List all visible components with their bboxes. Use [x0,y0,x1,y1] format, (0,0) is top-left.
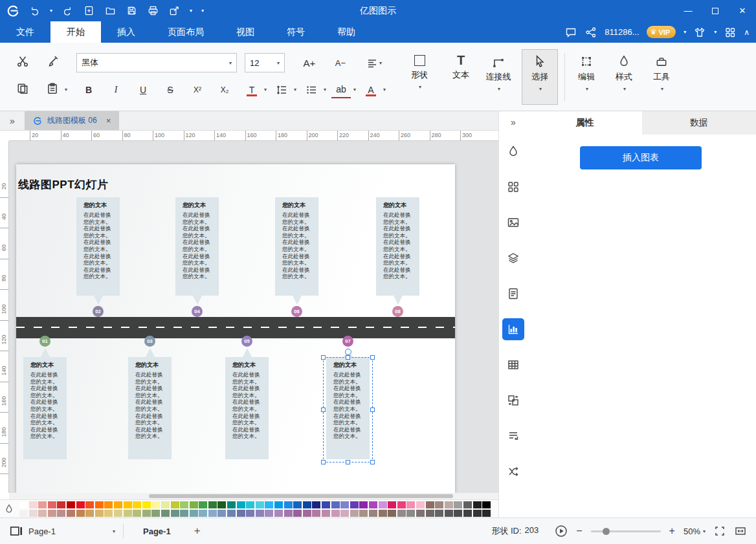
color-swatch[interactable] [265,501,273,508]
menu-symbols[interactable]: 符号 [271,21,321,43]
color-swatch[interactable] [293,501,302,508]
resize-handle[interactable] [370,355,375,360]
color-swatch[interactable] [208,510,217,517]
text-tool-button[interactable]: T 文本 [443,49,479,105]
color-swatch[interactable] [76,510,85,517]
color-swatch[interactable] [114,510,122,517]
callout-shape[interactable]: 03 您的文本 在此处替换您的文本。在此处替换您的文本。在此处替换您的文本。在此… [128,336,172,459]
color-swatch[interactable] [379,501,387,508]
line-spacing-button[interactable] [272,80,291,100]
menu-help[interactable]: 帮助 [321,21,372,43]
color-swatch[interactable] [67,510,75,517]
undo-caret-icon[interactable] [50,8,52,14]
color-swatch[interactable] [76,501,85,508]
color-swatch[interactable] [435,510,443,517]
color-swatch[interactable] [161,501,170,508]
page-tab[interactable]: Page-1 [126,527,188,536]
tab-properties[interactable]: 属性 [528,111,642,135]
cut-button[interactable] [13,52,32,71]
line-spacing-caret-icon[interactable] [294,87,296,92]
export-button[interactable] [168,5,181,17]
print-button[interactable] [146,5,159,17]
color-swatch[interactable] [454,510,462,517]
color-swatch[interactable] [445,501,453,508]
color-swatch[interactable] [104,510,113,517]
presentation-mode-icon[interactable] [9,524,23,538]
color-swatch[interactable] [340,501,349,508]
color-swatch[interactable] [359,510,368,517]
color-swatch[interactable] [95,510,104,517]
close-button[interactable]: ✕ [729,0,756,21]
callout-box[interactable]: 您的文本 在此处替换您的文本。在此处替换您的文本。在此处替换您的文本。在此处替换… [225,357,269,459]
shape-tool-button[interactable]: 形状 [401,49,438,105]
color-swatch[interactable] [369,510,377,517]
color-swatch[interactable] [350,510,359,517]
color-swatch[interactable] [388,510,396,517]
apps-grid-icon[interactable] [724,26,737,39]
minimize-button[interactable]: — [674,0,702,21]
panel-expand-icon[interactable]: » [499,111,528,133]
resize-handle[interactable] [370,460,375,464]
color-swatch[interactable] [19,501,28,508]
callout-shape[interactable]: 您的文本 在此处替换您的文本。在此处替换您的文本。在此处替换您的文本。在此处替换… [376,197,419,317]
document-tab-close-icon[interactable]: × [106,116,111,125]
menu-home[interactable]: 开始 [50,21,101,43]
color-swatch[interactable] [190,501,198,508]
undo-button[interactable] [28,5,41,17]
milestone-number[interactable]: 06 [291,306,302,317]
color-swatch[interactable] [274,510,283,517]
callout-box[interactable]: 您的文本 在此处替换您的文本。在此处替换您的文本。在此处替换您的文本。在此处替换… [376,197,419,296]
color-swatch[interactable] [322,510,330,517]
color-swatch[interactable] [293,510,302,517]
color-swatch[interactable] [416,501,425,508]
color-swatch[interactable] [171,510,179,517]
callout-box[interactable]: 您的文本 在此处替换您的文本。在此处替换您的文本。在此处替换您的文本。在此处替换… [76,197,120,296]
color-swatch[interactable] [29,510,38,517]
color-swatch[interactable] [133,501,141,508]
scrollbar-thumb[interactable] [149,494,453,498]
color-swatch[interactable] [57,510,65,517]
color-swatch[interactable] [265,510,273,517]
color-swatch[interactable] [237,510,245,517]
italic-button[interactable]: I [106,80,126,100]
fullscreen-icon[interactable] [714,525,726,537]
color-swatch[interactable] [217,501,226,508]
color-swatch[interactable] [388,501,396,508]
color-swatch[interactable] [104,501,113,508]
font-color-button[interactable]: A [361,80,381,100]
menu-view[interactable]: 视图 [220,21,271,43]
color-swatch[interactable] [445,510,453,517]
milestone-number[interactable]: 05 [241,336,252,347]
callout-shape[interactable]: 05 您的文本 在此处替换您的文本。在此处替换您的文本。在此处替换您的文本。在此… [225,336,269,459]
color-swatch[interactable] [29,501,38,508]
color-swatch[interactable] [208,501,217,508]
insert-chart-button[interactable]: 插入图表 [580,146,702,169]
resize-handle[interactable] [346,460,350,464]
open-folder-button[interactable] [104,5,117,17]
color-swatch[interactable] [359,501,368,508]
color-swatch[interactable] [473,501,482,508]
resize-handle[interactable] [321,355,326,360]
color-swatch[interactable] [406,501,415,508]
layers-panel-button[interactable] [499,240,528,276]
color-swatch[interactable] [463,510,472,517]
color-swatch[interactable] [199,501,207,508]
play-button[interactable] [555,525,568,538]
color-swatch[interactable] [369,501,377,508]
color-swatch[interactable] [114,501,122,508]
superscript-button[interactable]: X² [188,80,207,100]
fit-window-icon[interactable] [734,525,747,538]
quick-style-icon[interactable] [3,503,15,515]
color-swatch[interactable] [284,501,293,508]
color-swatch[interactable] [67,501,75,508]
color-swatch[interactable] [48,510,56,517]
menu-insert[interactable]: 插入 [101,21,151,43]
maximize-button[interactable] [702,0,729,21]
color-swatch[interactable] [57,501,65,508]
color-swatch[interactable] [379,510,387,517]
tools-button[interactable]: 工具 [643,49,680,105]
style-tool-button[interactable]: 样式 [606,49,642,105]
canvas[interactable]: 线路图PPT幻灯片 您的文本 在此处替换您的文本。在此处替换您的文本。在此处替换… [9,141,498,493]
color-swatch[interactable] [331,510,340,517]
color-swatch[interactable] [85,501,94,508]
